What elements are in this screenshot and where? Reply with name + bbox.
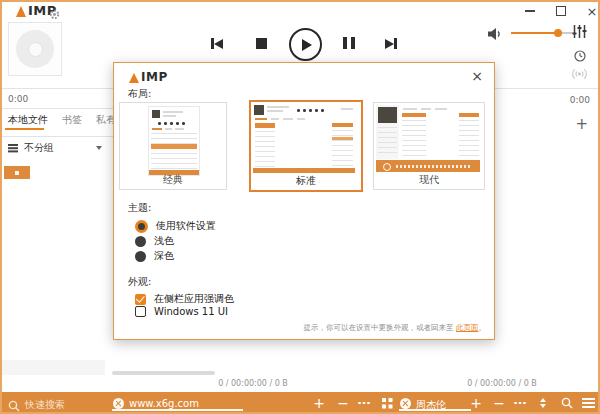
standard-preview xyxy=(253,104,355,173)
layout-modern-label: 现代 xyxy=(374,173,484,187)
theme-light-label: 浅色 xyxy=(154,234,174,248)
playlist-left-tab-underline xyxy=(112,409,243,411)
aimp-window: IMP × xyxy=(0,0,600,414)
equalizer-icon[interactable] xyxy=(572,24,587,43)
layout-standard-label: 标准 xyxy=(251,174,361,188)
playlist-view-grid-icon[interactable] xyxy=(379,392,395,414)
playlist-left-add-button[interactable]: + xyxy=(311,392,327,414)
next-button[interactable] xyxy=(385,38,397,49)
checkbox-unchecked-icon xyxy=(135,306,146,317)
option-windows11-ui[interactable]: Windows 11 UI xyxy=(135,306,228,317)
playlist-right-tab-close-icon[interactable] xyxy=(400,398,411,409)
maximize-icon xyxy=(556,6,566,16)
layout-option-modern[interactable]: 现代 xyxy=(373,102,485,190)
quick-search-input[interactable]: 快速搜索 xyxy=(25,398,65,412)
theme-dark-label: 深色 xyxy=(154,249,174,263)
modern-preview xyxy=(376,105,480,173)
group-mode-label[interactable]: 不分组 xyxy=(24,141,54,155)
logo-triangle-icon xyxy=(16,6,26,17)
volume-icon[interactable] xyxy=(488,26,503,45)
group-dropdown-caret-icon[interactable] xyxy=(96,146,102,150)
playlist-right-more-icon[interactable] xyxy=(512,392,528,414)
dialog-logo: IMP xyxy=(129,71,168,83)
classic-preview xyxy=(148,106,200,176)
maximize-button[interactable] xyxy=(550,3,572,19)
quick-search-icon[interactable] xyxy=(8,397,20,414)
sleep-timer-clock-icon[interactable] xyxy=(574,47,586,66)
tab-local-files[interactable]: 本地文件 xyxy=(8,113,48,127)
broadcast-icon[interactable] xyxy=(571,66,588,85)
album-art[interactable] xyxy=(8,22,62,76)
prev-button[interactable] xyxy=(211,38,223,49)
playlist-right-tab-underline xyxy=(399,409,471,411)
cd-placeholder-icon xyxy=(8,22,62,76)
stop-button[interactable] xyxy=(256,38,267,49)
dialog-hint: 提示，你可以在设置中更换外观，或者回来至 此页面。 xyxy=(304,323,486,333)
dialog-close-icon[interactable]: × xyxy=(471,68,483,84)
layout-option-standard[interactable]: 标准 xyxy=(249,100,363,192)
radio-selected-icon xyxy=(135,220,148,233)
hint-text: 提示，你可以在设置中更换外观，或者回来至 xyxy=(304,323,456,332)
previous-track-icon xyxy=(211,38,223,49)
theme-radio-software[interactable]: 使用软件设置 xyxy=(135,219,216,233)
appearance-section-label: 外观: xyxy=(128,275,151,289)
playlist-right-add-button[interactable]: + xyxy=(468,392,484,414)
group-menu-icon[interactable] xyxy=(8,144,18,146)
playlist-left-tab[interactable]: www.x6g.com xyxy=(129,398,199,409)
hint-suffix: 。 xyxy=(479,323,487,332)
active-tab-underline xyxy=(5,128,44,130)
pause-button[interactable] xyxy=(343,37,355,49)
windows11-ui-label: Windows 11 UI xyxy=(154,306,228,317)
playlist-bottom-bar xyxy=(0,392,600,414)
dialog-logo-triangle-icon xyxy=(129,73,139,83)
radio-icon xyxy=(135,236,146,247)
elapsed-time-right: 0:00 xyxy=(570,95,590,105)
play-icon xyxy=(289,28,322,61)
theme-software-label: 使用软件设置 xyxy=(156,219,216,233)
playlist-right-status: 0 / 00:00:00 / 0 B xyxy=(420,379,584,388)
next-track-icon xyxy=(385,38,397,49)
close-icon: × xyxy=(587,5,598,18)
sort-icon[interactable] xyxy=(535,392,551,414)
playlist-left-remove-button[interactable]: − xyxy=(335,392,351,414)
tab-bookmarks[interactable]: 书签 xyxy=(62,113,82,127)
layout-option-classic[interactable]: 经典 xyxy=(119,102,227,190)
theme-radio-dark[interactable]: 深色 xyxy=(135,249,174,263)
appearance-setup-dialog: IMP × 布局: 经典 xyxy=(113,62,495,340)
elapsed-time-left: 0:00 xyxy=(8,94,28,104)
accent-sidebar-label: 在侧栏应用强调色 xyxy=(154,292,234,306)
library-tabs: 本地文件 书签 私有云 xyxy=(8,113,126,127)
horizontal-scrollbar[interactable] xyxy=(112,371,215,375)
left-pane-footer xyxy=(0,360,105,375)
playlist-tab-badge[interactable] xyxy=(4,166,30,179)
volume-knob[interactable] xyxy=(554,29,562,37)
left-panel-divider-2 xyxy=(0,136,113,137)
playlist-left-tab-close-icon[interactable] xyxy=(113,398,124,409)
minimize-button[interactable] xyxy=(519,3,541,19)
minimize-icon xyxy=(525,10,535,12)
theme-radio-light[interactable]: 浅色 xyxy=(135,234,174,248)
close-button[interactable]: × xyxy=(581,3,600,19)
add-playlist-button[interactable]: + xyxy=(575,115,588,133)
play-button[interactable] xyxy=(289,28,322,61)
badge-dot-icon xyxy=(15,171,19,175)
dialog-logo-text: IMP xyxy=(141,71,168,83)
playlist-right-remove-button[interactable]: − xyxy=(491,392,507,414)
theme-section-label: 主题: xyxy=(128,201,151,215)
volume-slider[interactable] xyxy=(511,32,573,34)
layout-classic-label: 经典 xyxy=(120,173,226,187)
playlist-menu-icon[interactable] xyxy=(580,392,596,414)
playlist-search-icon[interactable] xyxy=(559,392,575,414)
stop-icon xyxy=(256,38,267,49)
radio-icon xyxy=(135,251,146,262)
pause-icon xyxy=(343,37,355,49)
checkbox-checked-icon xyxy=(135,294,146,305)
playlist-left-status: 0 / 00:00:00 / 0 B xyxy=(170,379,336,388)
hint-link[interactable]: 此页面 xyxy=(456,323,479,332)
playlist-left-more-icon[interactable] xyxy=(356,392,372,414)
left-panel-divider xyxy=(0,108,113,109)
option-accent-sidebar[interactable]: 在侧栏应用强调色 xyxy=(135,292,234,306)
layout-section-label: 布局: xyxy=(128,87,151,101)
